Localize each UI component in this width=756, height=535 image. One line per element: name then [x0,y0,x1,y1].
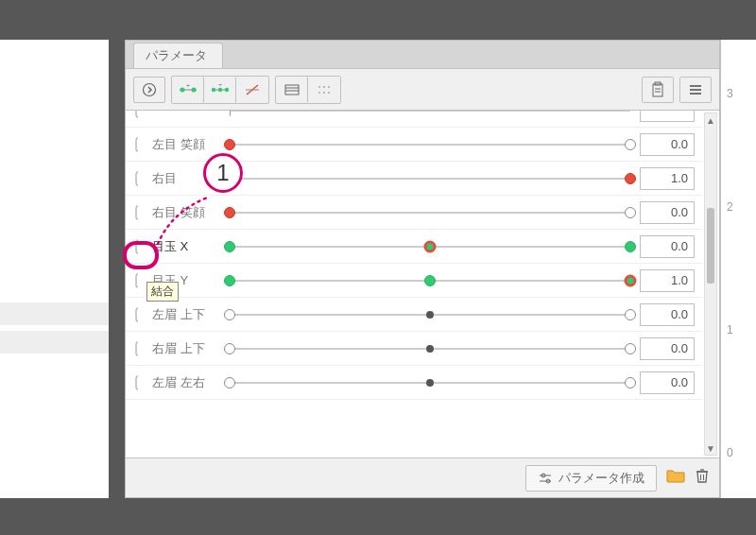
slider-key[interactable] [224,207,235,218]
slider-key[interactable] [426,345,434,353]
minus-slash-icon [242,84,263,95]
link-handle-icon[interactable] [133,202,146,223]
parameter-slider[interactable] [224,162,640,196]
link-handle-icon[interactable] [133,270,146,291]
svg-point-16 [323,86,325,88]
clipboard-button[interactable] [642,77,674,103]
chevron-right-circle-icon [142,82,157,97]
scroll-down-icon[interactable]: ▼ [705,441,716,455]
ruler-tick: 3 [727,87,733,100]
slider-key[interactable] [424,275,436,286]
add-3-keys-button[interactable]: + [204,77,236,103]
slider-key[interactable] [625,241,636,252]
slider-key[interactable] [424,240,437,252]
slider-key[interactable] [224,275,235,286]
panel-footer: パラメータ作成 [126,457,719,497]
parameter-row[interactable]: 目玉 X [126,230,702,264]
parameter-value-input[interactable] [640,133,695,156]
link-handle-icon[interactable] [133,304,146,325]
slider-key[interactable] [224,309,235,320]
parameter-slider[interactable] [224,111,640,128]
create-parameter-button[interactable]: パラメータ作成 [525,465,657,492]
parameter-slider[interactable] [224,366,640,400]
link-handle-icon[interactable] [133,168,146,189]
parameter-row[interactable]: 左眉 上下 [126,298,702,332]
tooltip: 結合 [146,282,179,302]
parameter-value-input[interactable] [640,235,695,258]
slider-key[interactable] [224,241,235,252]
list-mode-button[interactable] [276,77,308,103]
link-handle-icon[interactable] [133,338,146,359]
list-icon [284,83,301,96]
slider-key[interactable] [224,343,235,354]
slider-key[interactable] [625,173,636,184]
slider-key[interactable] [625,274,637,286]
slider-key[interactable] [224,377,235,388]
parameter-slider[interactable] [224,196,640,230]
svg-point-20 [328,92,330,94]
slider-key[interactable] [224,139,235,150]
grid-dots-icon [316,83,333,96]
ruler-tick: 2 [727,200,733,214]
slider-key[interactable] [426,379,434,387]
parameter-row[interactable]: 右眉 上下 [126,332,702,366]
link-handle-icon[interactable] [133,134,146,155]
svg-rect-12 [285,85,299,95]
add-2-keys-button[interactable]: + [172,77,204,103]
slider-key[interactable] [625,309,636,320]
left-dock-item [0,302,109,325]
sliders-icon [538,472,553,485]
parameter-value-input[interactable] [640,201,695,224]
parameter-row[interactable] [126,111,702,128]
parameter-label: 左目 笑顔 [152,136,224,153]
parameter-row[interactable]: 目玉 Y [126,264,702,298]
slider-key[interactable] [625,377,636,388]
svg-point-8 [224,87,228,91]
menu-button[interactable] [679,77,712,103]
parameter-slider[interactable] [224,128,640,162]
ruler-right: 3 2 1 0 [720,40,756,498]
folder-icon[interactable] [666,468,685,488]
slider-key[interactable] [625,343,636,354]
two-dots-icon: + [178,84,198,95]
parameter-label: 左眉 上下 [152,306,224,323]
hamburger-icon [688,83,703,96]
parameter-value-input[interactable] [640,111,695,122]
parameter-value-input[interactable] [640,167,695,190]
ruler-tick: 0 [727,446,733,459]
vertical-scrollbar[interactable]: ▲ ▼ [704,112,717,456]
parameter-slider[interactable] [224,230,640,264]
svg-point-6 [211,87,215,91]
slider-key[interactable] [426,311,434,319]
parameter-value-input[interactable] [640,371,695,394]
remove-keys-button[interactable] [236,77,268,103]
parameter-value-input[interactable] [640,269,695,292]
tab-strip: パラメータ [126,41,719,69]
parameter-value-input[interactable] [640,303,695,326]
trash-icon[interactable] [695,467,710,489]
slider-key[interactable] [625,207,636,218]
left-dock-bg [0,40,109,498]
parameter-row[interactable]: 左眉 左右 [126,366,702,400]
parameter-slider[interactable] [224,264,640,298]
tab-parameters[interactable]: パラメータ [133,43,223,68]
parameter-value-input[interactable] [640,337,695,360]
create-parameter-label: パラメータ作成 [558,470,644,487]
svg-point-15 [318,86,320,88]
parameter-slider[interactable] [224,332,640,366]
parameter-slider[interactable] [224,298,640,332]
parameter-label: 左眉 左右 [152,374,224,391]
svg-point-19 [323,92,325,94]
svg-point-2 [180,87,184,92]
slider-key[interactable] [625,139,636,150]
scroll-up-icon[interactable]: ▲ [705,113,716,127]
expand-button[interactable] [133,77,165,103]
parameter-row[interactable]: 右目 笑顔 [126,196,702,230]
svg-point-17 [328,86,330,88]
svg-point-18 [318,92,320,94]
svg-text:+: + [185,84,189,89]
link-handle-icon[interactable] [133,111,146,121]
link-handle-icon[interactable] [133,372,146,393]
scroll-thumb[interactable] [707,208,714,284]
grid-mode-button[interactable] [308,77,340,103]
